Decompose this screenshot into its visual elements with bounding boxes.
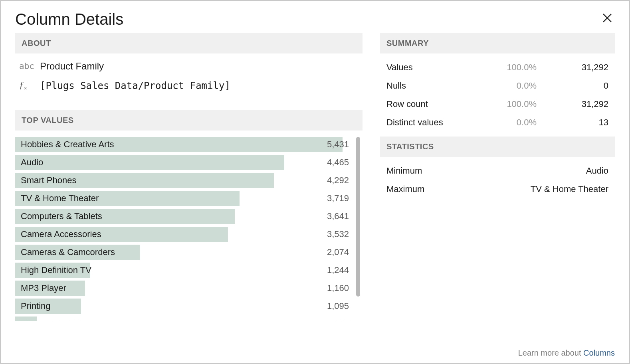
formula-icon: ƒ× <box>19 80 35 92</box>
summary-percent: 100.0% <box>505 62 537 73</box>
summary-row: Row count100.0%31,292 <box>380 95 615 113</box>
top-value-row[interactable]: High Definition TV1,244 <box>15 263 363 278</box>
stats-row: MinimumAudio <box>380 162 615 180</box>
page-title: Column Details <box>15 10 123 28</box>
column-formula: [Plugs Sales Data/Product Family] <box>40 80 230 91</box>
summary-label: Values <box>386 62 505 73</box>
summary-value: 0 <box>573 81 608 91</box>
summary-value: 31,292 <box>573 99 608 109</box>
top-value-row[interactable]: Audio4,465 <box>15 155 363 170</box>
bar-label: Audio <box>15 157 43 168</box>
bar-value: 3,641 <box>327 211 349 222</box>
bar-label: Printing <box>15 301 51 311</box>
footer: Learn more about Columns <box>518 348 615 358</box>
bar-fill <box>15 155 284 170</box>
top-value-row[interactable]: Camera Accessories3,532 <box>15 227 363 242</box>
bar-label: Energy Star TV <box>15 319 81 321</box>
top-value-row[interactable]: TV & Home Theater3,719 <box>15 191 363 206</box>
summary-label: Row count <box>386 99 505 109</box>
bar-label: High Definition TV <box>15 265 91 275</box>
bar-value: 4,292 <box>327 175 349 186</box>
bar-label: MP3 Player <box>15 283 66 293</box>
summary-label: Distinct values <box>386 117 505 128</box>
summary-percent: 0.0% <box>505 81 537 91</box>
footer-prefix: Learn more about <box>518 348 583 357</box>
stats-label: Minimum <box>386 166 422 176</box>
bar-value: 3,532 <box>327 229 349 239</box>
summary-percent: 0.0% <box>505 117 537 128</box>
bar-label: Camera Accessories <box>15 229 101 239</box>
scrollbar[interactable] <box>356 137 360 297</box>
bar-value: 1,244 <box>327 265 349 275</box>
bar-label: Cameras & Camcorders <box>15 247 115 257</box>
close-icon <box>601 18 613 25</box>
column-type-icon: abc <box>19 61 35 71</box>
summary-header: SUMMARY <box>380 33 615 53</box>
bar-value: 4,465 <box>327 157 349 168</box>
top-value-row[interactable]: Energy Star TV357 <box>15 317 363 321</box>
summary-value: 31,292 <box>573 62 608 73</box>
top-value-row[interactable]: Smart Phones4,292 <box>15 173 363 188</box>
close-button[interactable] <box>600 10 615 27</box>
stats-label: Maximum <box>386 184 424 194</box>
bar-value: 5,431 <box>327 139 349 150</box>
bar-value: 3,719 <box>327 193 349 204</box>
scrollbar-thumb[interactable] <box>356 137 360 297</box>
footer-link-columns[interactable]: Columns <box>583 348 615 357</box>
top-value-row[interactable]: MP3 Player1,160 <box>15 281 363 296</box>
bar-label: TV & Home Theater <box>15 193 99 204</box>
top-value-row[interactable]: Printing1,095 <box>15 299 363 314</box>
summary-row: Nulls0.0%0 <box>380 77 615 95</box>
summary-value: 13 <box>573 117 608 128</box>
bar-value: 1,160 <box>327 283 349 293</box>
top-value-row[interactable]: Hobbies & Creative Arts5,431 <box>15 137 363 152</box>
bar-label: Computers & Tablets <box>15 211 102 222</box>
summary-label: Nulls <box>386 81 505 91</box>
summary-row: Distinct values0.0%13 <box>380 113 615 132</box>
stats-row: MaximumTV & Home Theater <box>380 180 615 198</box>
bar-value: 357 <box>334 319 349 321</box>
about-header: ABOUT <box>15 33 363 53</box>
bar-label: Hobbies & Creative Arts <box>15 139 114 150</box>
top-value-row[interactable]: Cameras & Camcorders2,074 <box>15 245 363 260</box>
bar-value: 1,095 <box>327 301 349 311</box>
summary-row: Values100.0%31,292 <box>380 58 615 77</box>
stats-value: TV & Home Theater <box>531 184 608 194</box>
top-value-row[interactable]: Computers & Tablets3,641 <box>15 209 363 224</box>
bar-label: Smart Phones <box>15 175 76 186</box>
top-values-header: TOP VALUES <box>15 110 363 131</box>
column-name: Product Family <box>40 61 104 72</box>
statistics-header: STATISTICS <box>380 136 615 157</box>
stats-value: Audio <box>586 166 608 176</box>
summary-percent: 100.0% <box>505 99 537 109</box>
bar-value: 2,074 <box>327 247 349 257</box>
